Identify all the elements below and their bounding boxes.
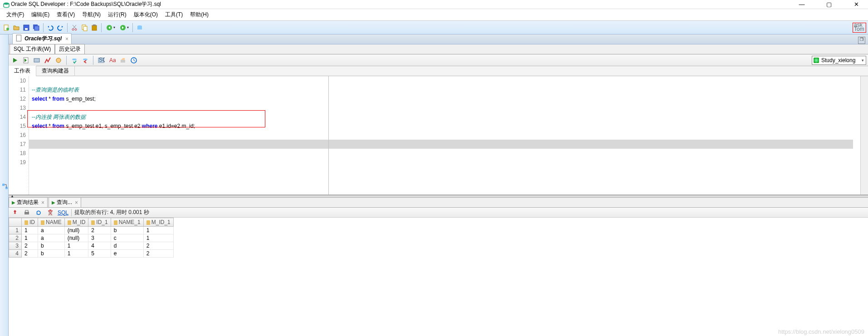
menu-nav[interactable]: 导航(N) <box>78 10 104 19</box>
file-tab-label: Oracle学习.sql <box>24 35 62 43</box>
file-tabs: Oracle学习.sql × ❐ <box>9 34 868 44</box>
paste-button[interactable] <box>90 23 99 32</box>
table-row[interactable]: 11a(null)2b1 <box>9 227 174 234</box>
connection-label: Study_xielong <box>821 57 855 63</box>
explain-plan-button[interactable] <box>32 56 41 65</box>
tab-query-builder[interactable]: 查询构建器 <box>36 66 75 76</box>
svg-point-7 <box>72 29 74 30</box>
result-tab-2-close[interactable]: × <box>75 200 78 206</box>
menu-help[interactable]: 帮助(H) <box>186 10 212 19</box>
result-tabs: ▶ 查询结果 × ▶ 查询... × <box>9 198 868 208</box>
undo-button[interactable] <box>46 23 55 32</box>
maximize-button[interactable]: ▢ <box>820 1 838 8</box>
commit-button[interactable] <box>70 56 79 65</box>
file-tab-active[interactable]: Oracle学习.sql × <box>12 33 72 44</box>
minimize-button[interactable]: — <box>793 1 811 8</box>
sql-tuning-button[interactable] <box>54 56 63 65</box>
delete-button[interactable] <box>46 208 55 217</box>
run-statement-button[interactable] <box>10 56 20 65</box>
copy-button[interactable] <box>80 23 89 32</box>
close-window-button[interactable]: ✕ <box>847 1 865 8</box>
sql-button[interactable] <box>135 23 144 32</box>
new-button[interactable] <box>2 23 11 32</box>
result-tab-1[interactable]: ▶ 查询结果 × <box>9 197 48 207</box>
column-header[interactable]: NAME_1 <box>111 218 143 227</box>
clear-button[interactable] <box>118 56 127 65</box>
column-header[interactable]: ID <box>22 218 38 227</box>
column-header[interactable]: M_ID_1 <box>143 218 173 227</box>
print-button[interactable] <box>22 208 31 217</box>
menu-run[interactable]: 运行(R) <box>104 10 130 19</box>
svg-point-24 <box>72 58 77 60</box>
save-all-button[interactable] <box>32 23 41 32</box>
back-button[interactable] <box>104 23 117 32</box>
editor-scrollbar[interactable] <box>860 76 868 195</box>
svg-rect-6 <box>34 26 39 30</box>
svg-text:Aa: Aa <box>109 57 116 63</box>
table-row[interactable]: 32b14d2 <box>9 242 174 250</box>
result-status: 提取的所有行: 4, 用时 0.001 秒 <box>74 209 149 216</box>
autotrace-button[interactable] <box>43 56 52 65</box>
editor-gutter: 10111213141516171819 <box>9 76 29 195</box>
left-dock[interactable]: 连接 <box>0 34 9 336</box>
tab-sql-worksheet[interactable]: SQL 工作表(W) <box>10 44 55 54</box>
menu-tools[interactable]: 工具(T) <box>161 10 186 19</box>
run-script-button[interactable] <box>21 56 30 65</box>
menu-file[interactable]: 文件(F) <box>3 10 28 19</box>
refresh-button[interactable] <box>34 208 43 217</box>
results-grid[interactable]: IDNAMEM_IDID_1NAME_1M_ID_1 11a(null)2b12… <box>9 218 868 336</box>
svg-rect-12 <box>93 24 96 26</box>
rollback-button[interactable] <box>81 56 90 65</box>
unshared-sql-button[interactable]: SQL <box>97 56 106 65</box>
file-tab-close[interactable]: × <box>65 36 68 42</box>
svg-point-0 <box>4 2 9 5</box>
pin-button[interactable] <box>10 208 20 217</box>
svg-point-25 <box>83 58 88 60</box>
svg-rect-16 <box>137 26 142 29</box>
print-margin-line <box>328 76 329 195</box>
main-toolbar: ask Tom <box>0 21 868 34</box>
window-controls: — ▢ ✕ <box>793 1 865 8</box>
window-title-bar: Oracle SQL Developer : F:\Code Backups\S… <box>0 0 868 9</box>
svg-rect-11 <box>92 25 97 30</box>
table-row[interactable]: 21a(null)3c1 <box>9 234 174 242</box>
tab-history[interactable]: 历史记录 <box>55 44 85 54</box>
menu-vcs[interactable]: 版本化(O) <box>130 10 161 19</box>
editor-code[interactable]: --查询测是的临时表select * from s_emp_test;--内连接… <box>29 76 860 195</box>
sql-link[interactable]: SQL <box>58 209 68 216</box>
tab-worksheet[interactable]: 工作表 <box>9 66 36 77</box>
cut-button[interactable] <box>70 23 79 32</box>
table-row[interactable]: 42b15e2 <box>9 250 174 258</box>
menu-view[interactable]: 查看(V) <box>53 10 78 19</box>
file-icon <box>15 34 23 43</box>
sql-editor[interactable]: 10111213141516171819 --查询测是的临时表select * … <box>9 76 868 195</box>
svg-point-2 <box>6 28 9 30</box>
sql-history-button[interactable] <box>129 56 138 65</box>
ask-tom-widget[interactable]: ask Tom <box>853 23 866 33</box>
result-tab-1-close[interactable]: × <box>41 200 44 206</box>
result-tab-2[interactable]: ▶ 查询... × <box>49 197 81 207</box>
result-tab-1-label: 查询结果 <box>17 199 39 206</box>
connections-icon[interactable] <box>1 183 8 190</box>
to-uppercase-button[interactable]: Aa <box>107 56 117 65</box>
tabs-restore-button[interactable]: ❐ <box>858 37 865 44</box>
horizontal-splitter[interactable] <box>9 195 868 198</box>
tom-label: Tom <box>854 27 865 31</box>
svg-rect-29 <box>121 60 125 63</box>
open-button[interactable] <box>12 23 21 32</box>
menu-bar: 文件(F) 编辑(E) 查看(V) 导航(N) 运行(R) 版本化(O) 工具(… <box>0 9 868 21</box>
connection-selector[interactable]: Study_xielong <box>812 56 866 65</box>
svg-rect-20 <box>16 35 21 41</box>
save-button[interactable] <box>22 23 31 32</box>
column-header[interactable]: M_ID <box>64 218 88 227</box>
svg-rect-10 <box>83 26 87 31</box>
inner-tabs: 工作表 查询构建器 <box>9 66 868 76</box>
column-header[interactable]: ID_1 <box>88 218 111 227</box>
forward-button[interactable] <box>117 23 130 32</box>
worksheet-tabs: SQL 工作表(W) 历史记录 <box>9 44 868 54</box>
redo-button[interactable] <box>56 23 65 32</box>
menu-edit[interactable]: 编辑(E) <box>28 10 53 19</box>
play-icon: ▶ <box>12 200 15 205</box>
column-header[interactable]: NAME <box>38 218 65 227</box>
app-icon <box>3 1 9 8</box>
